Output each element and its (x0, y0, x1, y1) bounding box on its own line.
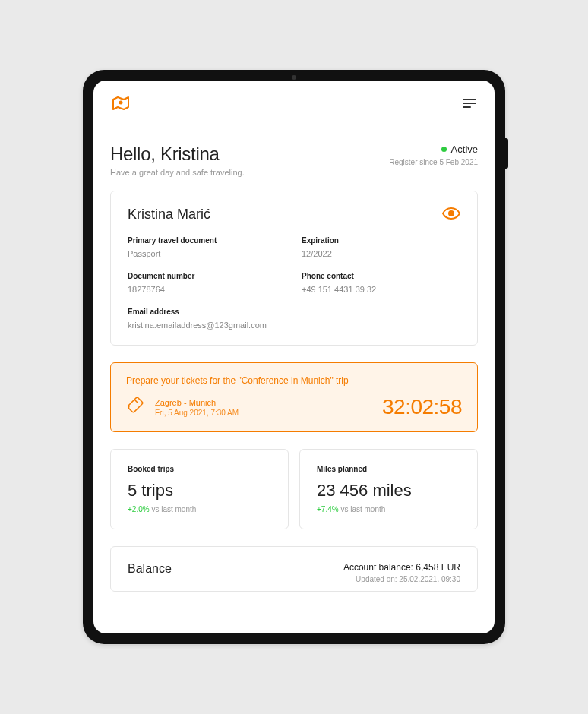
header-row: Hello, Kristina Have a great day and saf… (110, 144, 478, 177)
doc-number-value: 18278764 (128, 285, 286, 294)
tablet-frame: Hello, Kristina Have a great day and saf… (83, 70, 505, 644)
miles-planned-card[interactable]: Miles planned 23 456 miles +7.4% vs last… (299, 449, 478, 529)
booked-delta: +2.0% vs last month (128, 505, 271, 513)
svg-line-5 (134, 400, 138, 403)
status-badge: Active (389, 144, 478, 155)
phone-label: Phone contact (302, 272, 460, 280)
profile-card: Kristina Marić Primary travel document P… (110, 191, 478, 346)
register-since: Register since 5 Feb 2021 (389, 158, 478, 166)
expiration-label: Expiration (302, 236, 460, 245)
status-dot-icon (441, 147, 447, 152)
alert-datetime: Fri, 5 Aug 2021, 7:30 AM (155, 409, 239, 417)
expiration-value: 12/2022 (302, 249, 460, 258)
app-logo-icon[interactable] (112, 96, 130, 114)
miles-delta: +7.4% vs last month (317, 505, 460, 513)
balance-card[interactable]: Balance Account balance: 6,458 EUR Updat… (110, 546, 478, 592)
countdown: 32:02:58 (382, 395, 462, 419)
alert-title: Prepare your tickets for the "Conference… (126, 375, 462, 386)
email-label: Email address (128, 308, 460, 316)
tagline: Have a great day and safe traveling. (110, 168, 245, 177)
profile-name: Kristina Marić (128, 207, 210, 223)
status-block: Active Register since 5 Feb 2021 (389, 144, 478, 166)
eye-icon[interactable] (442, 207, 460, 223)
svg-point-4 (449, 211, 454, 216)
booked-label: Booked trips (128, 465, 271, 473)
ticket-icon (126, 397, 146, 417)
greeting: Hello, Kristina (110, 144, 245, 165)
balance-amount: Account balance: 6,458 EUR (343, 562, 460, 573)
menu-icon[interactable] (463, 98, 476, 112)
miles-label: Miles planned (317, 465, 460, 473)
svg-point-0 (119, 101, 123, 105)
booked-trips-card[interactable]: Booked trips 5 trips +2.0% vs last month (110, 449, 289, 529)
status-text: Active (451, 144, 478, 155)
content: Hello, Kristina Have a great day and saf… (93, 122, 495, 633)
miles-value: 23 456 miles (317, 481, 460, 501)
topbar (93, 81, 495, 122)
trip-alert-card[interactable]: Prepare your tickets for the "Conference… (110, 362, 478, 432)
alert-route: Zagreb - Munich (155, 398, 239, 407)
stats-row: Booked trips 5 trips +2.0% vs last month… (110, 449, 478, 529)
email-value: kristina.emailaddress@123gmail.com (128, 321, 460, 330)
balance-updated: Updated on: 25.02.2021. 09:30 (343, 575, 460, 583)
primary-doc-label: Primary travel document (128, 236, 286, 245)
booked-value: 5 trips (128, 481, 271, 501)
balance-title: Balance (128, 562, 172, 576)
doc-number-label: Document number (128, 272, 286, 280)
primary-doc-value: Passport (128, 249, 286, 258)
screen: Hello, Kristina Have a great day and saf… (93, 81, 495, 633)
phone-value: +49 151 4431 39 32 (302, 285, 460, 294)
